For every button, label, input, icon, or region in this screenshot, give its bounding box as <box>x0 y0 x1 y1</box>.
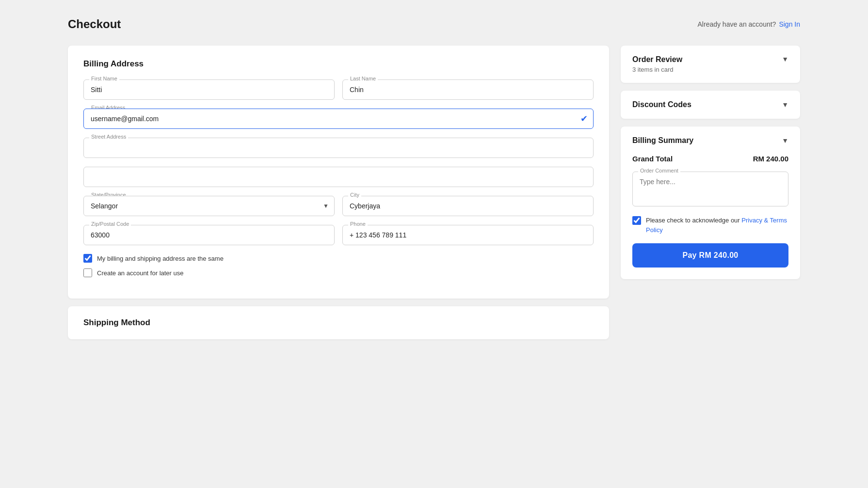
state-group: State/Province Selangor Kuala Lumpur Pen… <box>83 196 335 216</box>
shipping-title: Shipping Method <box>83 318 594 328</box>
discount-section: Discount Codes ▼ <box>632 100 788 109</box>
phone-input[interactable] <box>342 225 594 245</box>
privacy-text: Please check to acknowledge our Privacy … <box>646 216 788 235</box>
privacy-text-before: Please check to acknowledge our <box>646 217 741 224</box>
email-input-wrapper: ✔ <box>83 109 594 129</box>
order-review-subtitle: 3 items in card <box>632 66 682 73</box>
billing-address-panel: Billing Address First Name Last Name Ema… <box>68 46 609 299</box>
discount-title: Discount Codes <box>632 100 691 109</box>
create-account-row: Create an account for later use <box>83 268 594 277</box>
last-name-input[interactable] <box>342 79 594 100</box>
phone-group: Phone <box>342 225 594 245</box>
main-layout: Billing Address First Name Last Name Ema… <box>68 46 800 299</box>
billing-summary-title: Billing Summary <box>632 136 693 145</box>
order-comment-textarea[interactable] <box>632 172 788 206</box>
order-comment-label: Order Comment <box>638 168 680 173</box>
street-address-2-input[interactable] <box>83 167 594 187</box>
order-review-card: Order Review 3 items in card ▼ <box>621 46 800 83</box>
privacy-row: Please check to acknowledge our Privacy … <box>632 216 788 235</box>
order-review-header: Order Review 3 items in card ▼ <box>632 55 788 73</box>
state-select[interactable]: Selangor Kuala Lumpur Penang Johor Perak <box>83 196 335 216</box>
discount-codes-card: Discount Codes ▼ <box>621 91 800 119</box>
page-title: Checkout <box>68 17 121 31</box>
email-input[interactable] <box>83 109 594 129</box>
city-group: City <box>342 196 594 216</box>
grand-total-row: Grand Total RM 240.00 <box>632 155 788 163</box>
name-row: First Name Last Name <box>83 79 594 100</box>
street-address-2-group <box>83 167 594 187</box>
same-address-row: My billing and shipping address are the … <box>83 254 594 263</box>
create-account-label: Create an account for later use <box>97 269 184 277</box>
same-address-label: My billing and shipping address are the … <box>97 255 224 262</box>
grand-total-value: RM 240.00 <box>753 155 788 163</box>
last-name-group: Last Name <box>342 79 594 100</box>
billing-summary-header: Billing Summary ▼ <box>632 136 788 145</box>
first-name-input[interactable] <box>83 79 335 100</box>
grand-total-label: Grand Total <box>632 155 673 163</box>
zip-group: Zip/Postal Code <box>83 225 335 245</box>
state-select-wrapper: Selangor Kuala Lumpur Penang Johor Perak… <box>83 196 335 216</box>
state-city-row: State/Province Selangor Kuala Lumpur Pen… <box>83 196 594 216</box>
discount-chevron-icon[interactable]: ▼ <box>782 101 788 109</box>
right-panel: Order Review 3 items in card ▼ Discount … <box>621 46 800 279</box>
billing-summary-card: Billing Summary ▼ Grand Total RM 240.00 … <box>621 126 800 279</box>
order-review-info: Order Review 3 items in card <box>632 55 682 73</box>
order-review-chevron-icon[interactable]: ▼ <box>782 55 788 63</box>
privacy-checkbox[interactable] <box>632 216 641 225</box>
email-check-icon: ✔ <box>580 113 588 124</box>
account-prompt: Already have an account? <box>698 20 776 28</box>
city-input[interactable] <box>342 196 594 216</box>
pay-button[interactable]: Pay RM 240.00 <box>632 243 788 268</box>
zip-input[interactable] <box>83 225 335 245</box>
order-review-title: Order Review <box>632 55 682 64</box>
sign-in-link[interactable]: Sign In <box>779 20 800 28</box>
street-address-group: Street Address <box>83 138 594 158</box>
zip-phone-row: Zip/Postal Code Phone <box>83 225 594 245</box>
shipping-section: Shipping Method <box>68 306 609 339</box>
first-name-group: First Name <box>83 79 335 100</box>
email-group: Email Address ✔ <box>83 109 594 129</box>
same-address-checkbox[interactable] <box>83 254 92 263</box>
billing-summary-chevron-icon[interactable]: ▼ <box>782 137 788 144</box>
billing-section-title: Billing Address <box>83 59 594 69</box>
street-address-input[interactable] <box>83 138 594 158</box>
order-comment-wrapper: Order Comment <box>632 172 788 208</box>
header: Checkout Already have an account? Sign I… <box>68 0 800 46</box>
create-account-checkbox[interactable] <box>83 268 92 277</box>
